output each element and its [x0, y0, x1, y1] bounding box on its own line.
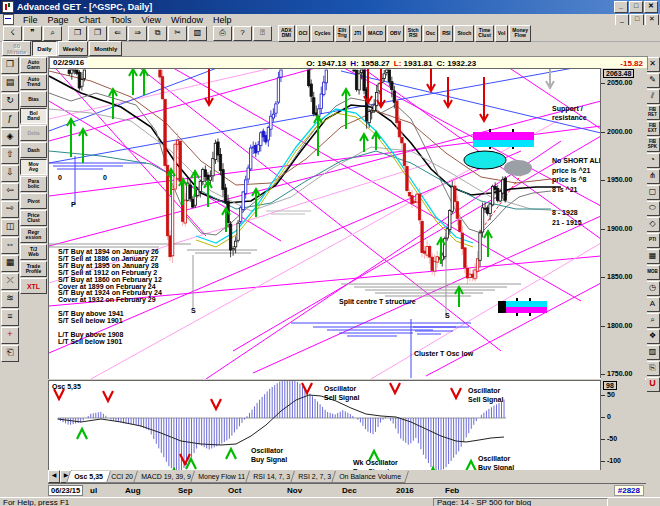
reset-study-icon[interactable]: ↻ [1, 93, 19, 110]
compress-icon[interactable]: ⇔ [1, 237, 19, 254]
back-icon[interactable]: ⇐ [108, 26, 127, 41]
scroll-up-icon[interactable]: ⇧ [1, 147, 19, 164]
oscillator-axis[interactable]: 98 500-50-100 [600, 380, 647, 470]
magnifier-icon[interactable]: ⌕ [645, 313, 660, 328]
study-vol-button[interactable]: Vol [495, 25, 508, 42]
child-restore-button[interactable]: □ [630, 14, 644, 26]
menu-view[interactable]: View [137, 15, 166, 25]
study-rsi-button[interactable]: RSI [439, 25, 453, 42]
tab-60-minute[interactable]: 60Minute [2, 41, 31, 56]
copy-page-icon[interactable]: ⧉ [148, 26, 167, 41]
scroll-left-icon[interactable]: ⇦ [1, 183, 19, 200]
fan-icon[interactable]: ⋔ [645, 169, 660, 184]
paint-icon[interactable]: ❖ [645, 329, 660, 344]
time-grid-icon[interactable]: ▦ [645, 249, 660, 264]
tab-daily[interactable]: Daily [32, 41, 56, 56]
underline-button[interactable]: U [645, 377, 660, 392]
pattern-icon[interactable]: ▨ [645, 345, 660, 360]
oscillator-pane[interactable]: OscillatorSell SignalOscillatorSell Sign… [48, 380, 602, 472]
maximize-button[interactable]: □ [629, 1, 643, 13]
scroll-right-icon[interactable]: ⇨ [1, 201, 19, 218]
fib-ext-button[interactable]: FIBEXT [645, 121, 660, 136]
tool-dash-button[interactable]: Dash [20, 142, 47, 158]
tab-scroll-left[interactable]: ◀ [48, 470, 60, 483]
menu-chart[interactable]: Chart [74, 15, 106, 25]
menu-window[interactable]: Window [166, 15, 208, 25]
bands-icon[interactable]: ≋ [1, 291, 19, 308]
gauge-icon[interactable]: ◔ [645, 153, 660, 168]
chart-window-icon[interactable] [3, 14, 14, 25]
zoom-icon[interactable]: ⌕ [43, 26, 62, 41]
ruler-icon[interactable]: ≡ [1, 309, 19, 326]
study-icon[interactable]: ƒ [1, 111, 19, 128]
tool-pivot-button[interactable]: Pivot [20, 193, 47, 209]
export-icon[interactable]: ⎗ [1, 345, 19, 362]
open-chart-icon[interactable]: ❐ [1, 57, 19, 74]
date-axis[interactable]: 06/23/15 ulAugSepOctNovDec2016Feb #2828 [48, 483, 646, 497]
chart-copy-icon[interactable]: ▧ [188, 26, 207, 41]
trendline-icon[interactable]: ⫽ [645, 89, 660, 104]
scroll-down-icon[interactable]: ⇩ [1, 165, 19, 182]
tool-price-clust-button[interactable]: PriceClust [20, 210, 47, 226]
copy-icon[interactable]: ⎘ [645, 361, 660, 376]
tool-xtl-button[interactable]: XTL [20, 278, 47, 294]
study-osc-button[interactable]: Osc [423, 25, 438, 42]
grid-icon[interactable]: ▦ [1, 255, 19, 272]
title-bar[interactable]: Advanced GET - [^GSPC, Daily] _□✕ [0, 0, 660, 14]
pencil-icon[interactable]: ✎ [645, 73, 660, 88]
open-page-icon[interactable]: ❐ [88, 26, 107, 41]
tab-weekly[interactable]: Weekly [58, 41, 89, 56]
study-macd-button[interactable]: MACD [365, 25, 386, 42]
study-stoch-button[interactable]: Stoch [454, 25, 474, 42]
tool-regr-ession-button[interactable]: Regression [20, 227, 47, 243]
menu-tools[interactable]: Tools [106, 15, 137, 25]
study-stch-rsi-button[interactable]: StchRSI [405, 25, 422, 42]
pointer-icon[interactable]: ☇ [3, 26, 22, 41]
study-tab-osc-5-35[interactable]: Osc 5,35 [66, 471, 111, 483]
study-obv-button[interactable]: OBV [387, 25, 404, 42]
study-time-clust-button[interactable]: TimeClust [475, 25, 494, 42]
text-icon[interactable]: A [645, 297, 660, 312]
context-help-icon[interactable]: ⍰ [253, 26, 272, 41]
study-cycles-button[interactable]: Cycles [311, 25, 333, 42]
tool-t-j-web-button[interactable]: T/JWeb [20, 244, 47, 260]
fib-spk-button[interactable]: FIBSPK [645, 137, 660, 152]
study-money-flow-button[interactable]: MoneyFlow [509, 25, 531, 42]
tool-auto-gann-button[interactable]: AutoGann [20, 57, 47, 73]
menu-page[interactable]: Page [43, 15, 74, 25]
menu-file[interactable]: File [18, 15, 43, 25]
help-icon[interactable]: ? [233, 26, 252, 41]
tool-para-bolic-button[interactable]: Parabolic [20, 176, 47, 192]
split-icon[interactable]: ◫ [1, 219, 19, 236]
price-axis[interactable]: 2063.48 2050.002000.001950.001900.001850… [600, 68, 647, 378]
pti-button[interactable]: PTI [645, 233, 660, 248]
study-adx-dmi-button[interactable]: ADXDMI [278, 25, 295, 42]
study-tab-on-balance-volume[interactable]: On Balance Volume [331, 471, 409, 483]
eraser-icon[interactable]: ◇ [645, 217, 660, 232]
price-chart-pane[interactable]: S/T Buy at 1894 on January 26S/T Sell at… [48, 68, 601, 379]
tool-bol-band-button[interactable]: BolBand [20, 108, 47, 124]
page-group-icon[interactable]: ▤ [1, 75, 19, 92]
box-icon[interactable]: ▢ [645, 185, 660, 200]
erase-lines-icon[interactable]: ⤫ [1, 273, 19, 290]
tool-trade-profile-button[interactable]: TradeProfile [20, 261, 47, 277]
child-close-button[interactable]: ✕ [645, 14, 659, 26]
oscillator-chart[interactable]: OscillatorSell SignalOscillatorSell Sign… [49, 381, 601, 471]
tool-mov-avg-button[interactable]: MovAvg [20, 159, 47, 175]
web-icon[interactable]: ◈ [1, 129, 19, 146]
tab-monthly[interactable]: Monthly [89, 41, 122, 56]
candlestick-chart[interactable]: S/T Buy at 1894 on January 26S/T Sell at… [49, 69, 601, 379]
delete-icon[interactable]: ✂ [168, 26, 187, 41]
ellipse-icon[interactable]: ⬭ [645, 201, 660, 216]
study-tab-money-flow-11[interactable]: Money Flow 11 [190, 471, 253, 483]
forward-icon[interactable]: ⇒ [128, 26, 147, 41]
study-oci-button[interactable]: OCI [296, 25, 311, 42]
tool-bias-button[interactable]: Bias [20, 91, 47, 107]
fib-ret-button[interactable]: FIBRET [645, 105, 660, 120]
quote-icon[interactable]: ❞ [23, 26, 42, 41]
new-page-icon[interactable]: ❒ [68, 26, 87, 41]
close-button[interactable]: ✕ [644, 1, 658, 13]
menu-help[interactable]: Help [208, 15, 237, 25]
clock-icon[interactable]: ◷ [645, 281, 660, 296]
mob-button[interactable]: MOB [645, 265, 660, 280]
